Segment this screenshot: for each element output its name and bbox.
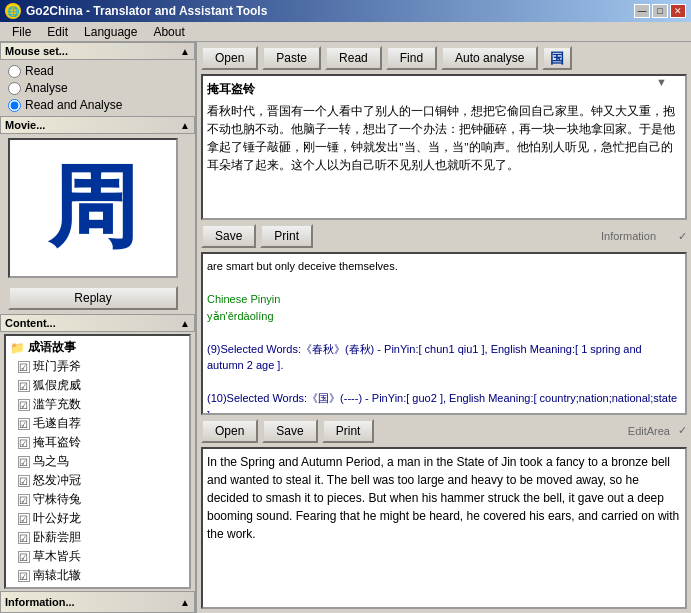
radio-analyse-input[interactable] (8, 82, 21, 95)
radio-read[interactable]: Read (8, 64, 187, 78)
list-item[interactable]: ☑ 世外桃源 (6, 585, 189, 589)
list-item[interactable]: ☑ 掩耳盗铃 (6, 433, 189, 452)
pinyin-value: yǎn'ěrdàolíng (207, 308, 681, 325)
edit-area-checkmark: ✓ (678, 424, 687, 437)
item-label: 鸟之鸟 (33, 453, 69, 470)
checkbox-icon: ☑ (18, 551, 30, 563)
radio-read-and-analyse-input[interactable] (8, 99, 21, 112)
list-item[interactable]: ☑ 毛遂自荐 (6, 414, 189, 433)
selected-word-10: (10)Selected Words:《国》(----) - PinYin:[ … (207, 390, 681, 414)
radio-group: Read Analyse Read and Analyse (0, 60, 195, 116)
content-section: Content... ▲ 📁 成语故事 ☑ 班门弄斧 ☑ 狐假虎威 (0, 314, 195, 591)
item-label: 草木皆兵 (33, 548, 81, 565)
list-item[interactable]: ☑ 卧薪尝胆 (6, 528, 189, 547)
info-text-container: are smart but only deceive themselves. C… (201, 252, 687, 414)
print-button-info[interactable]: Print (260, 224, 313, 248)
maximize-button[interactable]: □ (652, 4, 668, 18)
menu-edit[interactable]: Edit (39, 23, 76, 41)
mouse-set-arrow: ▲ (180, 46, 190, 57)
list-item[interactable]: ☑ 草木皆兵 (6, 547, 189, 566)
find-button[interactable]: Find (386, 46, 437, 70)
movie-header[interactable]: Movie... ▲ (0, 116, 195, 134)
checkbox-icon: ☑ (18, 589, 30, 590)
character-display: 周 (48, 147, 138, 269)
replay-button[interactable]: Replay (8, 286, 178, 310)
title-bar-left: 🌐 Go2China - Translator and Assistant To… (5, 3, 267, 19)
selected-word-9: (9)Selected Words:《春秋》(春秋) - PinYin:[ ch… (207, 341, 681, 374)
item-label: 班门弄斧 (33, 358, 81, 375)
item-label: 守株待兔 (33, 491, 81, 508)
menu-file[interactable]: File (4, 23, 39, 41)
checkbox-icon: ☑ (18, 570, 30, 582)
edit-text-container: In the Spring and Autumn Period, a man i… (201, 447, 687, 609)
list-item[interactable]: ☑ 班门弄斧 (6, 357, 189, 376)
information-footer[interactable]: Information... ▲ (0, 591, 195, 613)
list-item[interactable]: ☑ 南辕北辙 (6, 566, 189, 585)
checkbox-icon: ☑ (18, 475, 30, 487)
main-text-box[interactable]: 掩耳盗铃 看秋时代，晋国有一个人看中了别人的一口铜钟，想把它偷回自己家里。钟又大… (201, 74, 687, 220)
radio-analyse-label: Analyse (25, 81, 68, 95)
mouse-set-label: Mouse set... (5, 45, 68, 57)
radio-analyse[interactable]: Analyse (8, 81, 187, 95)
movie-label: Movie... (5, 119, 45, 131)
save-button-bottom[interactable]: Save (262, 419, 317, 443)
movie-canvas: 周 (8, 138, 178, 278)
char-button[interactable]: 国 (542, 46, 572, 70)
list-item[interactable]: ☑ 滥竽充数 (6, 395, 189, 414)
story-title: 掩耳盗铃 (207, 80, 681, 98)
title-bar-buttons: — □ ✕ (634, 4, 686, 18)
minimize-button[interactable]: — (634, 4, 650, 18)
list-item[interactable]: ☑ 鸟之鸟 (6, 452, 189, 471)
radio-read-input[interactable] (8, 65, 21, 78)
item-label: 南辕北辙 (33, 567, 81, 584)
list-item[interactable]: ☑ 狐假虎威 (6, 376, 189, 395)
list-item[interactable]: ☑ 怒发冲冠 (6, 471, 189, 490)
item-label: 叶公好龙 (33, 510, 81, 527)
window-title: Go2China - Translator and Assistant Tool… (26, 4, 267, 18)
paste-button[interactable]: Paste (262, 46, 321, 70)
close-button[interactable]: ✕ (670, 4, 686, 18)
right-panel: Open Paste Read Find Auto analyse 国 掩耳盗铃… (197, 42, 691, 613)
content-category-chengyu[interactable]: 📁 成语故事 (6, 338, 189, 357)
list-item[interactable]: ☑ 叶公好龙 (6, 509, 189, 528)
content-list-container[interactable]: 📁 成语故事 ☑ 班门弄斧 ☑ 狐假虎威 ☑ 滥竽充数 (4, 334, 191, 589)
checkbox-icon: ☑ (18, 399, 30, 411)
item-label: 毛遂自荐 (33, 415, 81, 432)
information-label-right: Information (601, 230, 656, 242)
checkbox-icon: ☑ (18, 380, 30, 392)
print-button-bottom[interactable]: Print (322, 419, 375, 443)
content-list: 📁 成语故事 ☑ 班门弄斧 ☑ 狐假虎威 ☑ 滥竽充数 (6, 336, 189, 589)
list-item[interactable]: ☑ 守株待兔 (6, 490, 189, 509)
left-panel: Mouse set... ▲ Read Analyse Read and Ana… (0, 42, 197, 613)
info-smart-text: are smart but only deceive themselves. (207, 258, 681, 275)
movie-section: Movie... ▲ 周 Replay (0, 116, 195, 314)
edit-text: In the Spring and Autumn Period, a man i… (207, 455, 679, 541)
item-label: 滥竽充数 (33, 396, 81, 413)
scrollbar-indicator: ▼ (654, 76, 669, 88)
folder-icon: 📁 (10, 341, 25, 355)
checkbox-icon: ☑ (18, 494, 30, 506)
content-label: Content... (5, 317, 56, 329)
content-header[interactable]: Content... ▲ (0, 314, 195, 332)
radio-read-and-analyse[interactable]: Read and Analyse (8, 98, 187, 112)
edit-text-box[interactable]: In the Spring and Autumn Period, a man i… (201, 447, 687, 609)
app-icon: 🌐 (5, 3, 21, 19)
checkbox-icon: ☑ (18, 456, 30, 468)
info-toolbar: Save Print Information ✓ (201, 224, 687, 248)
menu-language[interactable]: Language (76, 23, 145, 41)
information-label: Information... (5, 596, 75, 608)
checkbox-icon: ☑ (18, 418, 30, 430)
mouse-set-header[interactable]: Mouse set... ▲ (0, 42, 195, 60)
menu-bar: File Edit Language About (0, 22, 691, 42)
save-button-info[interactable]: Save (201, 224, 256, 248)
info-text-box[interactable]: are smart but only deceive themselves. C… (201, 252, 687, 414)
radio-read-label: Read (25, 64, 54, 78)
checkbox-icon: ☑ (18, 513, 30, 525)
menu-about[interactable]: About (145, 23, 192, 41)
info-checkmark: ✓ (678, 230, 687, 243)
open-button-top[interactable]: Open (201, 46, 258, 70)
read-button[interactable]: Read (325, 46, 382, 70)
open-button-bottom[interactable]: Open (201, 419, 258, 443)
item-label: 掩耳盗铃 (33, 434, 81, 451)
auto-analyse-button[interactable]: Auto analyse (441, 46, 538, 70)
